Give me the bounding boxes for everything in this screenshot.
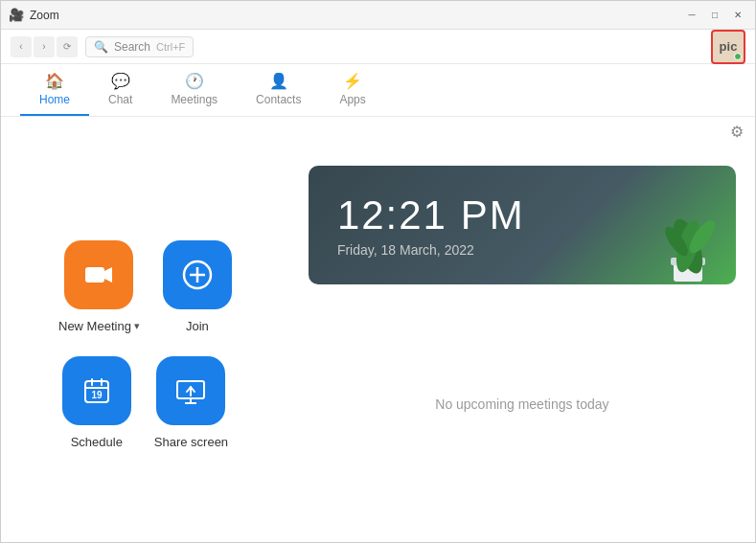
new-meeting-button[interactable] (64, 240, 133, 309)
schedule-item[interactable]: 19 Schedule (62, 356, 131, 449)
action-row-top: New Meeting ▾ Join (58, 240, 232, 333)
tab-chat-label: Chat (108, 93, 132, 106)
main-content: New Meeting ▾ Join (1, 147, 755, 542)
search-label: Search (114, 40, 150, 54)
share-screen-button[interactable] (156, 356, 225, 425)
plant-decoration (650, 198, 726, 284)
tab-home[interactable]: 🏠 Home (20, 64, 89, 116)
meetings-section: No upcoming meetings today (309, 284, 736, 523)
tab-chat[interactable]: 💬 Chat (89, 64, 151, 116)
close-button[interactable]: ✕ (728, 6, 747, 25)
svg-rect-0 (85, 267, 104, 283)
title-bar: 🎥 Zoom ─ □ ✕ (1, 1, 755, 30)
schedule-button[interactable]: 19 (62, 356, 131, 425)
tab-meetings-label: Meetings (171, 93, 218, 106)
back-button[interactable]: ‹ (11, 36, 32, 57)
search-icon: 🔍 (94, 40, 108, 54)
tab-contacts-label: Contacts (256, 93, 301, 106)
dropdown-arrow: ▾ (134, 320, 140, 332)
share-screen-icon (173, 373, 208, 408)
svg-marker-1 (104, 267, 112, 283)
apps-icon: ⚡ (343, 72, 362, 90)
share-screen-item[interactable]: Share screen (154, 356, 228, 449)
home-icon: 🏠 (45, 72, 64, 90)
contacts-icon: 👤 (269, 72, 288, 90)
profile-label: pic (720, 39, 738, 54)
tab-contacts[interactable]: 👤 Contacts (237, 64, 320, 116)
share-screen-label: Share screen (154, 435, 228, 449)
action-panel: New Meeting ▾ Join (1, 147, 289, 542)
profile-button[interactable]: pic (711, 30, 745, 64)
join-icon (180, 258, 215, 292)
right-panel: 12:21 PM Friday, 18 March, 2022 No upcom… (289, 147, 755, 542)
new-meeting-item[interactable]: New Meeting ▾ (58, 240, 140, 333)
meetings-icon: 🕐 (185, 72, 204, 90)
settings-button[interactable]: ⚙ (730, 123, 744, 141)
nav-buttons: ‹ › ⟳ (11, 36, 78, 57)
search-shortcut: Ctrl+F (156, 41, 185, 53)
join-button[interactable] (163, 240, 232, 309)
tab-apps[interactable]: ⚡ Apps (320, 64, 384, 116)
title-bar-title: Zoom (30, 9, 59, 22)
online-status-dot (734, 53, 742, 60)
app-icon: 🎥 (9, 8, 24, 22)
join-item[interactable]: Join (163, 240, 232, 333)
minimize-button[interactable]: ─ (682, 6, 701, 25)
nav-tabs: 🏠 Home 💬 Chat 🕐 Meetings 👤 Contacts ⚡ Ap… (1, 64, 755, 117)
chat-icon: 💬 (111, 72, 130, 90)
tab-home-label: Home (39, 93, 70, 106)
camera-icon (81, 258, 116, 292)
top-bar: ‹ › ⟳ 🔍 Search Ctrl+F pic (1, 30, 755, 64)
settings-row: ⚙ (1, 117, 755, 147)
title-bar-left: 🎥 Zoom (9, 8, 59, 22)
calendar-icon: 19 (80, 373, 114, 408)
schedule-label: Schedule (71, 435, 123, 449)
title-bar-controls: ─ □ ✕ (682, 6, 747, 25)
search-box[interactable]: 🔍 Search Ctrl+F (85, 36, 194, 57)
tab-meetings[interactable]: 🕐 Meetings (151, 64, 237, 116)
zoom-window: 🎥 Zoom ─ □ ✕ ‹ › ⟳ 🔍 Search Ctrl+F pic 🏠 (0, 0, 756, 543)
forward-button[interactable]: › (34, 36, 55, 57)
join-label: Join (186, 319, 209, 333)
tab-apps-label: Apps (339, 93, 365, 106)
refresh-button[interactable]: ⟳ (57, 36, 78, 57)
maximize-button[interactable]: □ (705, 6, 724, 25)
no-meetings-message: No upcoming meetings today (435, 396, 608, 412)
clock-card: 12:21 PM Friday, 18 March, 2022 (309, 166, 736, 284)
new-meeting-label: New Meeting ▾ (58, 319, 140, 333)
action-row-bottom: 19 Schedule (62, 356, 228, 449)
svg-text:19: 19 (91, 390, 103, 400)
